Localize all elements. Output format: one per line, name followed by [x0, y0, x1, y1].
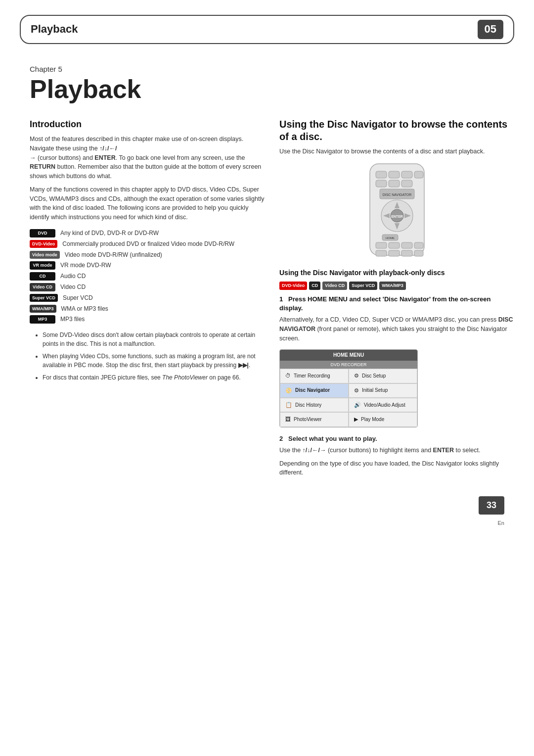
menu-item-photo-viewer: 🖼 PhotoViewer — [280, 412, 349, 426]
badge-dvd-video: DVD-Video — [30, 240, 57, 248]
icon-row-video-mode: Video mode Video mode DVD-R/RW (unfinali… — [30, 251, 265, 259]
svg-rect-6 — [389, 180, 400, 187]
disc-navigator-para: Use the Disc Navigator to browse the con… — [279, 147, 514, 156]
disc-setup-icon: ⚙ — [354, 372, 359, 379]
header-number: 05 — [478, 20, 503, 39]
playback-only-heading: Using the Disc Navigator with playback-o… — [279, 268, 514, 278]
svg-rect-22 — [414, 242, 423, 248]
page-number-area: 33 — [0, 496, 504, 515]
menu-label-photo-viewer: PhotoViewer — [294, 416, 322, 423]
svg-rect-19 — [376, 242, 387, 248]
audio-adjust-icon: 🔊 — [354, 401, 361, 409]
bullet-item-2: When playing Video CDs, some functions, … — [43, 352, 265, 370]
menu-item-video-audio-adjust: 🔊 Video/Audio Adjust — [349, 398, 417, 412]
home-menu-subtitle: DVD RECORDER — [280, 361, 417, 369]
badge-row: DVD-Video CD Video CD Super VCD WMA/MP3 — [279, 282, 514, 290]
icon-row-vr-mode: VR mode VR mode DVD-RW — [30, 261, 265, 270]
svg-rect-21 — [401, 242, 412, 248]
menu-label-timer: Timer Recording — [294, 373, 330, 379]
svg-rect-7 — [401, 180, 412, 187]
badge-sm-dvd-video: DVD-Video — [279, 282, 307, 290]
bullet-item-3: For discs that contain JPEG picture file… — [43, 373, 265, 382]
bullet-list: Some DVD-Video discs don't allow certain… — [36, 331, 265, 382]
menu-item-disc-navigator: 📀 Disc Navigator — [280, 383, 349, 398]
step1-para: Alternatively, for a CD, Video CD, Super… — [279, 315, 514, 343]
step2-heading: 2 Select what you want to play. — [279, 434, 514, 443]
badge-sm-cd: CD — [309, 282, 320, 290]
menu-label-disc-navigator: Disc Navigator — [295, 387, 330, 394]
disc-navigator-heading: Using the Disc Navigator to browse the c… — [279, 118, 514, 143]
icon-row-dvd: DVD Any kind of DVD, DVD-R or DVD-RW — [30, 229, 265, 237]
chapter-label: Chapter 5 — [30, 64, 514, 74]
svg-rect-3 — [401, 171, 412, 178]
initial-setup-icon: ⚙ — [354, 387, 359, 394]
menu-label-video-audio-adjust: Video/Audio Adjust — [364, 402, 405, 409]
badge-sm-video-cd: Video CD — [322, 282, 347, 290]
desc-wma-mp3: WMA or MP3 files — [61, 305, 108, 313]
badge-super-vcd: Super VCD — [30, 294, 58, 302]
svg-rect-20 — [389, 242, 400, 248]
menu-label-initial-setup: Initial Setup — [362, 387, 388, 394]
svg-rect-25 — [401, 250, 412, 256]
icon-row-wma-mp3: WMA/MP3 WMA or MP3 files — [30, 305, 265, 313]
desc-dvd-video: Commercially produced DVD or finalized V… — [62, 240, 234, 248]
icon-row-super-vcd: Super VCD Super VCD — [30, 294, 265, 302]
timer-icon: ⏱ — [285, 372, 291, 379]
step1-heading: 1 Press HOME MENU and select 'Disc Navig… — [279, 295, 514, 313]
icon-list: DVD Any kind of DVD, DVD-R or DVD-RW DVD… — [30, 229, 265, 324]
badge-wma-mp3: WMA/MP3 — [30, 305, 56, 313]
disc-history-icon: 📋 — [285, 401, 292, 409]
desc-super-vcd: Super VCD — [63, 294, 93, 302]
menu-item-timer-recording: ⏱ Timer Recording — [280, 369, 349, 383]
home-menu-grid: ⏱ Timer Recording ⚙ Disc Setup 📀 Disc Na… — [280, 369, 417, 427]
photo-viewer-icon: 🖼 — [285, 416, 291, 423]
badge-dvd: DVD — [30, 229, 55, 237]
header-title: Playback — [31, 22, 78, 37]
desc-mp3: MP3 files — [60, 315, 85, 324]
menu-label-disc-setup: Disc Setup — [362, 373, 386, 379]
chapter-title: Playback — [30, 75, 514, 103]
badge-video-cd: Video CD — [30, 283, 55, 291]
intro-para2: Many of the functions covered in this ch… — [30, 185, 265, 222]
right-column: Using the Disc Navigator to browse the c… — [279, 118, 514, 481]
intro-para1: Most of the features described in this c… — [30, 135, 265, 181]
page-lang: En — [0, 520, 504, 527]
bullet-item-1: Some DVD-Video discs don't allow certain… — [43, 331, 265, 348]
svg-rect-2 — [389, 171, 400, 178]
menu-item-disc-history: 📋 Disc History — [280, 398, 349, 412]
step2-para1: Use the ↑/↓/←/→ (cursor buttons) to high… — [279, 446, 514, 455]
home-menu-box: HOME MENU DVD RECORDER ⏱ Timer Recording… — [279, 349, 418, 427]
desc-video-cd: Video CD — [60, 283, 86, 291]
badge-mp3: MP3 — [30, 315, 55, 324]
svg-rect-23 — [376, 250, 387, 256]
chapter-area: Chapter 5 Playback — [30, 64, 514, 103]
icon-row-video-cd: Video CD Video CD — [30, 283, 265, 291]
svg-text:ENTER: ENTER — [391, 215, 403, 218]
desc-video-mode: Video mode DVD-R/RW (unfinalized) — [65, 251, 162, 259]
icon-row-mp3: MP3 MP3 files — [30, 315, 265, 324]
play-mode-icon: ▶ — [354, 416, 358, 423]
badge-video-mode: Video mode — [30, 251, 60, 259]
step2-para2: Depending on the type of disc you have l… — [279, 459, 514, 478]
desc-vr-mode: VR mode DVD-RW — [60, 261, 111, 270]
header-bar: Playback 05 — [20, 15, 514, 44]
icon-row-dvd-video: DVD-Video Commercially produced DVD or f… — [30, 240, 265, 248]
svg-text:HOME: HOME — [386, 236, 395, 239]
left-column: Introduction Most of the features descri… — [30, 118, 265, 481]
badge-sm-wma-mp3: WMA/MP3 — [379, 282, 406, 290]
svg-rect-4 — [414, 171, 423, 178]
badge-sm-super-vcd: Super VCD — [349, 282, 377, 290]
menu-item-initial-setup: ⚙ Initial Setup — [349, 383, 417, 398]
desc-dvd: Any kind of DVD, DVD-R or DVD-RW — [60, 229, 159, 237]
badge-cd: CD — [30, 272, 55, 281]
menu-item-play-mode: ▶ Play Mode — [349, 412, 417, 426]
menu-item-disc-setup: ⚙ Disc Setup — [349, 369, 417, 383]
menu-label-play-mode: Play Mode — [361, 416, 384, 423]
svg-rect-1 — [376, 171, 387, 178]
svg-rect-5 — [376, 180, 387, 187]
svg-rect-24 — [389, 250, 400, 256]
desc-cd: Audio CD — [60, 272, 86, 281]
icon-row-cd: CD Audio CD — [30, 272, 265, 281]
main-content: Introduction Most of the features descri… — [30, 118, 514, 481]
page-number: 33 — [479, 496, 504, 515]
